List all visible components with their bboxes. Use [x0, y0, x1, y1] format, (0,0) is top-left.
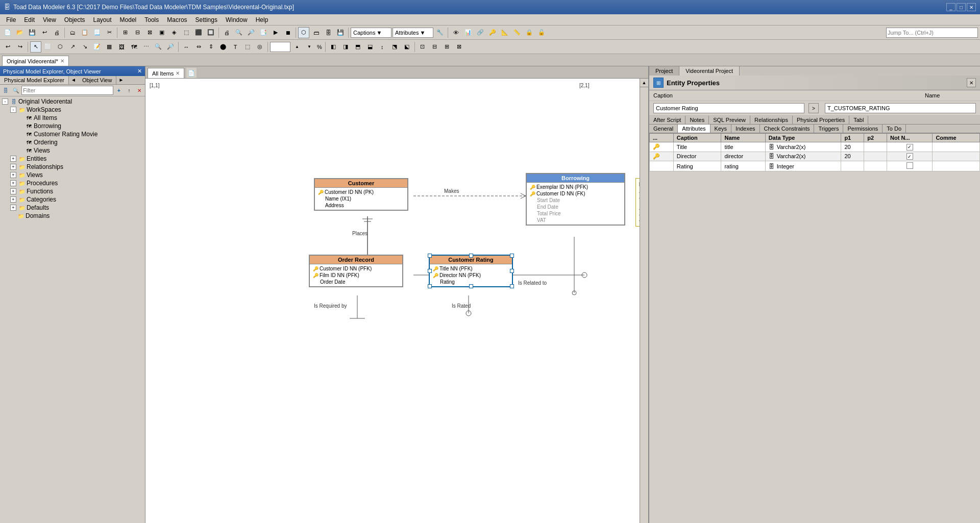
- panel-tab-objview[interactable]: Object View: [78, 76, 117, 84]
- left-panel-nav-left[interactable]: ◄: [69, 76, 78, 84]
- attr-director-p2[interactable]: [864, 152, 887, 161]
- filter-clear-btn[interactable]: ✕: [135, 86, 144, 95]
- tb-open[interactable]: 📂: [14, 27, 26, 38]
- attr-director-comment[interactable]: [933, 152, 980, 161]
- tb2-undo[interactable]: ↩: [2, 41, 13, 53]
- tab-close-original[interactable]: ✕: [60, 58, 64, 64]
- caption-input[interactable]: [653, 103, 804, 113]
- props-subtab-triggers[interactable]: Triggers: [814, 124, 843, 133]
- tb2-col[interactable]: ↘: [79, 41, 90, 53]
- check-rating-notnull[interactable]: [906, 162, 913, 169]
- tree-workspaces[interactable]: - 📁 WorkSpaces: [9, 106, 144, 114]
- tb-b3[interactable]: ⊠: [144, 27, 155, 38]
- attr-rating-p1[interactable]: [841, 161, 864, 171]
- tb2-redo[interactable]: ↪: [14, 41, 26, 53]
- tb-paste[interactable]: 📃: [91, 27, 103, 38]
- tb-undo2[interactable]: ↩: [39, 27, 50, 38]
- attributes-dropdown[interactable]: Attributes▼: [393, 28, 433, 38]
- menu-macros[interactable]: Macros: [163, 15, 191, 24]
- menu-edit[interactable]: Edit: [20, 15, 39, 24]
- tb2-c3[interactable]: ⊞: [442, 41, 453, 53]
- attr-row-director[interactable]: 🔑 Director director 🗄 Varchar2(x) 20 ✓: [650, 152, 980, 161]
- menu-view[interactable]: View: [39, 15, 60, 24]
- expand-categories[interactable]: +: [10, 196, 16, 203]
- tab-close-all-items[interactable]: ✕: [176, 70, 180, 76]
- attr-title-name[interactable]: title: [721, 142, 765, 152]
- tb2-b2[interactable]: ◨: [340, 41, 351, 53]
- tb-x2[interactable]: 📊: [462, 27, 474, 38]
- tb2-a4[interactable]: ⬤: [217, 41, 229, 53]
- expand-workspaces[interactable]: -: [10, 107, 16, 113]
- tab-original-videorental[interactable]: Original Videorental* ✕: [2, 56, 69, 66]
- props-subtab-check[interactable]: Check Constraints: [760, 124, 815, 133]
- tb2-b1[interactable]: ◧: [328, 41, 339, 53]
- resize-handle-bl[interactable]: [428, 284, 432, 288]
- tb-stop[interactable]: ⏹: [282, 27, 293, 38]
- tab-all-items[interactable]: All Items ✕: [148, 68, 184, 78]
- entity-borrowing[interactable]: Borrowing 🔑 Exemplar ID NN (PFK) 🔑 Custo…: [526, 173, 625, 226]
- menu-objects[interactable]: Objects: [60, 15, 89, 24]
- tb2-a6[interactable]: ⬚: [242, 41, 253, 53]
- tb2-a3[interactable]: ⇕: [205, 41, 216, 53]
- tb2-a1[interactable]: ↔: [181, 41, 192, 53]
- captions-dropdown[interactable]: Captions▼: [351, 28, 391, 38]
- tree-root[interactable]: - 🗄 Original Videorental: [1, 97, 144, 106]
- tb-cut[interactable]: 🗂: [67, 27, 78, 38]
- entity-customer-rating[interactable]: Customer Rating 🔑 Title NN (PFK) 🔑 Direc…: [429, 255, 513, 287]
- jump-to-input[interactable]: [886, 28, 978, 38]
- tree-functions[interactable]: + 📁 Functions: [9, 187, 144, 195]
- tree-ordering[interactable]: 🗺 Ordering: [17, 138, 144, 146]
- left-panel-nav-right[interactable]: ►: [116, 76, 126, 84]
- tb2-zoom1[interactable]: 🔍: [153, 41, 164, 53]
- tb-search[interactable]: 🔎: [246, 27, 257, 38]
- tb-sel[interactable]: ⬡: [298, 27, 309, 38]
- tb2-b4[interactable]: ⬓: [364, 41, 376, 53]
- tb2-zoom2[interactable]: 🔎: [165, 41, 176, 53]
- canvas-vscroll[interactable]: ▲ ▼: [640, 79, 648, 523]
- name-input[interactable]: [825, 103, 976, 113]
- tb2-entity[interactable]: ⬜: [42, 41, 54, 53]
- tb2-a5[interactable]: T: [230, 41, 241, 53]
- tab-new-btn[interactable]: 📄: [186, 68, 197, 78]
- resize-handle-bm[interactable]: [469, 284, 473, 288]
- tb2-grp[interactable]: ▦: [104, 41, 115, 53]
- caption-arrow-btn[interactable]: >: [808, 103, 819, 113]
- menu-layout[interactable]: Layout: [89, 15, 116, 24]
- props-subtab-perms[interactable]: Permissions: [843, 124, 883, 133]
- attr-rating-p2[interactable]: [864, 161, 887, 171]
- tb2-a2[interactable]: ⇔: [193, 41, 204, 53]
- tb2-b7[interactable]: ⬕: [401, 41, 412, 53]
- tb-print[interactable]: 🖨: [221, 27, 232, 38]
- zoom-input[interactable]: 100: [270, 42, 290, 52]
- canvas-area[interactable]: All Items ✕ 📄 [1,1] [2,1]: [145, 66, 648, 523]
- props-subtab-attributes[interactable]: Attributes: [678, 124, 710, 133]
- tb-x7[interactable]: 🔒: [524, 27, 535, 38]
- expand-views[interactable]: +: [10, 172, 16, 178]
- tree-views[interactable]: + 📁 Views: [9, 171, 144, 179]
- expand-relationships[interactable]: +: [10, 164, 16, 170]
- attr-row-title[interactable]: 🔑 Title title 🗄 Varchar2(x) 20 ✓: [650, 142, 980, 152]
- tree-borrowing[interactable]: 🗺 Borrowing: [17, 122, 144, 130]
- resize-handle-tm[interactable]: [469, 254, 473, 258]
- resize-handle-tr[interactable]: [510, 254, 514, 258]
- menu-tools[interactable]: Tools: [140, 15, 163, 24]
- tb2-b6[interactable]: ⬔: [389, 41, 400, 53]
- tb-x5[interactable]: 📐: [499, 27, 510, 38]
- attr-title-p2[interactable]: [864, 142, 887, 152]
- tree-all-items[interactable]: 🗺 All Items: [17, 114, 144, 122]
- tb-x3[interactable]: 🔗: [475, 27, 486, 38]
- tb-b7[interactable]: ⬛: [193, 27, 204, 38]
- zoom-down[interactable]: ▼: [304, 41, 315, 53]
- attr-director-dtype[interactable]: 🗄 Varchar2(x): [765, 152, 841, 161]
- zoom-up[interactable]: ▲: [291, 41, 303, 53]
- tb-db1[interactable]: 🗃: [310, 27, 322, 38]
- tree-domains[interactable]: 📁 Domains: [9, 212, 144, 220]
- attr-rating-comment[interactable]: [933, 161, 980, 171]
- tb-new[interactable]: 📄: [2, 27, 13, 38]
- attr-rating-dtype[interactable]: 🗄 Integer: [765, 161, 841, 171]
- tb-report[interactable]: 📑: [258, 27, 269, 38]
- tree-procedures[interactable]: + 📁 Procedures: [9, 179, 144, 187]
- tb-attr2[interactable]: 🔧: [434, 27, 446, 38]
- tb-db3[interactable]: 💾: [335, 27, 346, 38]
- expand-functions[interactable]: +: [10, 188, 16, 194]
